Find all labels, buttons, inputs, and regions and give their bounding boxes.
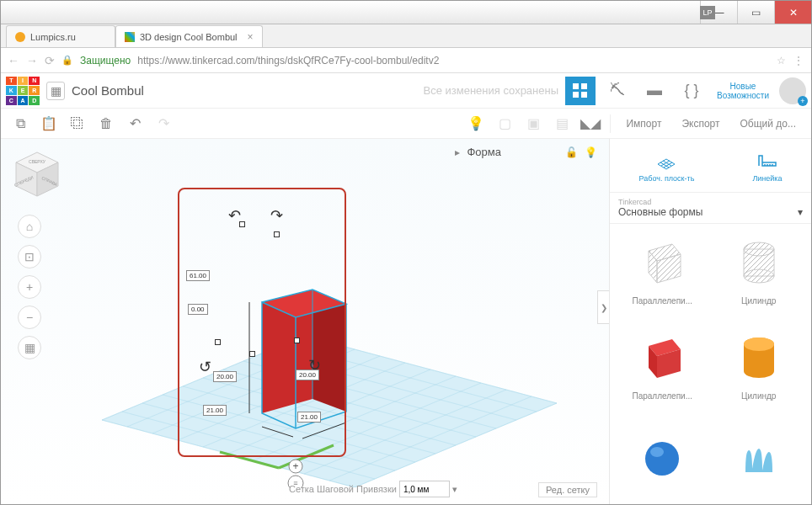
dimension-width[interactable]: 20.00 (213, 371, 237, 382)
dimension-offset2[interactable]: 21.00 (297, 412, 321, 423)
rotate-icon[interactable]: ↺ (199, 358, 211, 376)
resize-handle[interactable] (274, 231, 280, 237)
url-bar: ← → ⟳ 🔒 Защищено https://www.tinkercad.c… (1, 48, 811, 73)
rotate-left-icon[interactable]: ↶ (228, 206, 241, 225)
menu-icon[interactable]: ⋮ (793, 54, 804, 67)
copy-button[interactable]: ⧉ (8, 112, 33, 136)
workplane[interactable]: + ≡ (68, 252, 574, 487)
align-button[interactable]: ▤ (549, 112, 574, 136)
home-view-button[interactable]: ⌂ (18, 215, 41, 238)
project-name[interactable]: Cool Bombul (72, 83, 144, 98)
resize-handle[interactable] (294, 338, 300, 343)
browser-tab[interactable]: Lumpics.ru (6, 25, 115, 47)
minecraft-mode-button[interactable]: ⛏ (602, 77, 633, 105)
export-button[interactable]: Экспорт (673, 118, 728, 130)
shape-organic[interactable] (715, 422, 804, 496)
duplicate-button[interactable]: ⿻ (65, 112, 90, 136)
url-domain: https://www.tinkercad.com (137, 55, 254, 66)
forward-button[interactable]: → (26, 54, 38, 67)
collapse-panel-button[interactable]: ❯ (597, 290, 609, 324)
add-shape-button[interactable]: + (289, 460, 302, 473)
ruler-label: Линейка (752, 174, 782, 183)
reload-button[interactable]: ⟳ (45, 54, 55, 67)
tinkercad-logo[interactable]: TINKERCAD (6, 77, 40, 105)
shape-label: Параллелепи... (632, 391, 692, 401)
url-path: /things/dskQfRCe7Fy-cool-bombul/editv2 (255, 55, 440, 66)
shape-box-solid[interactable]: Параллелепи... (618, 327, 707, 414)
svg-text:+: + (292, 460, 298, 472)
collapse-icon[interactable]: ▸ (455, 146, 460, 158)
window-maximize-button[interactable]: ▭ (737, 1, 774, 24)
fit-view-button[interactable]: ⊡ (18, 245, 41, 268)
delete-button[interactable]: 🗑 (93, 112, 119, 136)
snap-grid-label: Сетка Шаговой Привязки ▾ (289, 481, 457, 497)
lock-icon: 🔒 (61, 55, 73, 66)
mirror-button[interactable]: ◣◢ (578, 112, 603, 136)
bulb-icon[interactable]: 💡 (585, 146, 597, 158)
snap-value-input[interactable] (399, 481, 450, 497)
snap-label-text: Сетка Шаговой Привязки (289, 484, 397, 494)
rotate-icon[interactable]: ↻ (308, 356, 321, 375)
svg-point-68 (650, 447, 664, 457)
chevron-down-icon: ▾ (798, 206, 803, 218)
shape-label: Цилиндр (741, 391, 776, 401)
paste-button[interactable]: 📋 (36, 112, 61, 136)
import-button[interactable]: Импорт (617, 118, 670, 130)
window-titlebar: LP — ▭ ✕ (1, 1, 811, 24)
back-button[interactable]: ← (8, 54, 19, 67)
view-controls: ⌂ ⊡ + − ▦ (18, 215, 41, 359)
category-label: Основные формы (618, 206, 702, 218)
rotate-right-icon[interactable]: ↷ (270, 206, 283, 225)
shape-cylinder-hole[interactable]: Цилиндр (715, 232, 804, 319)
blocks-mode-button[interactable] (565, 77, 596, 105)
group-button[interactable]: ▢ (492, 112, 517, 136)
close-icon[interactable]: × (248, 31, 254, 43)
shape-category-select[interactable]: Tinkercad Основные формы▾ (610, 193, 811, 224)
tab-title: 3D design Cool Bombul (140, 32, 238, 42)
shape-cylinder-solid[interactable]: Цилиндр (715, 327, 804, 414)
workplane-label: Рабоч. плоск-ть (639, 174, 695, 183)
dimension-height[interactable]: 61.00 (186, 270, 210, 281)
new-features-link[interactable]: Новые Возможности (713, 82, 772, 100)
svg-rect-2 (573, 92, 579, 98)
ungroup-button[interactable]: ▣ (521, 112, 546, 136)
user-avatar[interactable] (779, 77, 806, 104)
dimension-zero[interactable]: 0.00 (188, 304, 208, 315)
shape-panel-label: Форма (467, 146, 501, 158)
lock-icon[interactable]: 🔓 (565, 146, 578, 158)
workplane-tool[interactable]: Рабоч. плоск-ть (639, 149, 695, 183)
project-icon[interactable]: ▦ (46, 82, 65, 100)
shape-library: Параллелепи... Цилиндр Параллелепи... Ци… (610, 224, 811, 504)
main-area: СВЕРХУ СПЕРЕДИ СПРАВА ⌂ ⊡ + − ▦ ▸ Форма … (1, 139, 811, 504)
viewcube[interactable]: СВЕРХУ СПЕРЕДИ СПРАВА (11, 149, 63, 201)
grid-controls: Ред. сетку (538, 482, 597, 497)
ruler-tool[interactable]: Линейка (752, 149, 782, 183)
browser-tab[interactable]: 3D design Cool Bombul × (115, 25, 263, 47)
favicon-icon (125, 32, 135, 42)
ortho-button[interactable]: ▦ (18, 336, 41, 359)
resize-handle[interactable] (249, 351, 255, 357)
new-features-line2: Возможности (717, 91, 769, 100)
lego-mode-button[interactable]: ▬ (639, 77, 670, 105)
window-close-button[interactable]: ✕ (774, 1, 811, 24)
shape-box-hole[interactable]: Параллелепи... (618, 232, 707, 319)
undo-button[interactable]: ↶ (122, 112, 147, 136)
shape-label: Параллелепи... (632, 296, 692, 306)
zoom-out-button[interactable]: − (18, 306, 41, 329)
bookmark-icon[interactable]: ☆ (777, 55, 786, 66)
dropdown-icon[interactable]: ▾ (452, 484, 457, 494)
svg-rect-3 (581, 92, 587, 98)
redo-button[interactable]: ↷ (151, 112, 176, 136)
bulb-button[interactable]: 💡 (463, 112, 489, 136)
dimension-offset1[interactable]: 21.00 (203, 405, 227, 416)
resize-handle[interactable] (215, 339, 221, 345)
svg-rect-1 (581, 83, 587, 89)
edit-grid-button[interactable]: Ред. сетку (538, 482, 597, 497)
shape-sphere[interactable] (618, 422, 707, 496)
canvas[interactable]: СВЕРХУ СПЕРЕДИ СПРАВА ⌂ ⊡ + − ▦ ▸ Форма … (1, 139, 609, 504)
code-mode-button[interactable]: { } (676, 77, 707, 105)
shape-panel: ▸ Форма 🔓 💡 (455, 146, 597, 158)
zoom-in-button[interactable]: + (18, 275, 41, 299)
share-button[interactable]: Общий до... (732, 118, 805, 130)
url-field[interactable]: https://www.tinkercad.com/things/dskQfRC… (137, 55, 770, 66)
